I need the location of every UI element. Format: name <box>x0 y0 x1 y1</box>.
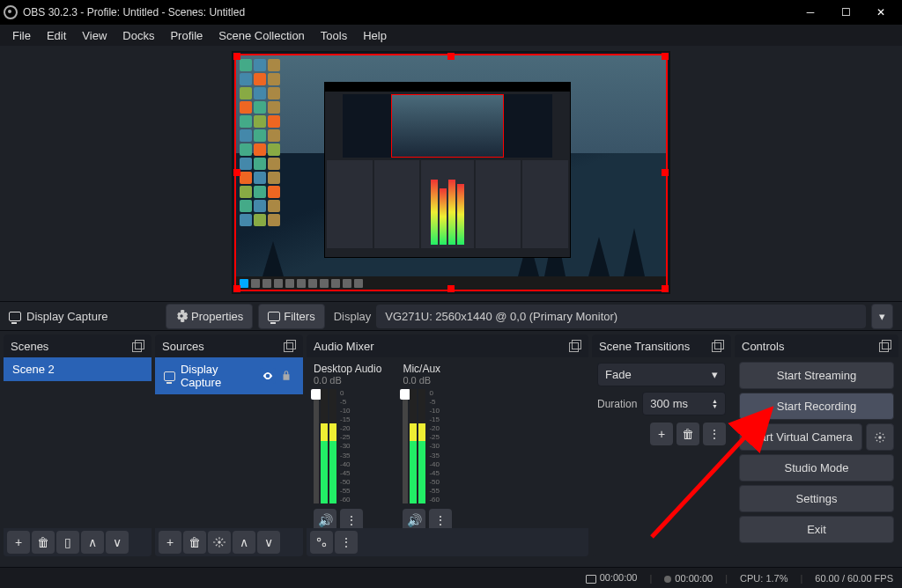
status-fps: 60.00 / 60.00 FPS <box>815 573 893 584</box>
popout-icon[interactable] <box>569 340 581 352</box>
transition-select[interactable]: Fade▾ <box>597 363 726 386</box>
mute-button[interactable]: 🔊 <box>314 509 336 528</box>
resize-handle-e[interactable] <box>662 169 669 176</box>
channel-options-button[interactable]: ⋮ <box>429 509 452 528</box>
move-scene-up-button[interactable]: ∧ <box>81 531 104 554</box>
resize-handle-sw[interactable] <box>233 285 240 292</box>
move-scene-down-button[interactable]: ∨ <box>106 531 129 554</box>
transitions-header: Scene Transitions <box>592 334 731 357</box>
remove-source-button[interactable]: 🗑 <box>183 531 206 554</box>
status-cpu: CPU: 1.7% <box>740 573 787 584</box>
start-virtual-camera-button[interactable]: Start Virtual Camera <box>739 423 862 451</box>
scenes-list[interactable]: Scene 2 <box>4 357 152 528</box>
resize-handle-nw[interactable] <box>233 53 240 60</box>
menu-help[interactable]: Help <box>356 26 394 45</box>
move-source-up-button[interactable]: ∧ <box>233 531 255 554</box>
resize-handle-se[interactable] <box>662 285 669 292</box>
menu-tools[interactable]: Tools <box>314 26 354 45</box>
sources-list[interactable]: Display Capture <box>155 357 303 528</box>
add-transition-button[interactable]: + <box>650 423 673 445</box>
sources-dock: Sources Display Capture + <box>155 334 303 556</box>
scene-item[interactable]: Scene 2 <box>4 357 152 381</box>
resize-handle-s[interactable] <box>447 285 455 292</box>
add-scene-button[interactable]: + <box>7 531 30 554</box>
mixer-body: Desktop Audio 0.0 dB 0-5-10-15-20-25-30-… <box>307 357 588 528</box>
properties-button[interactable]: Properties <box>166 304 253 329</box>
add-source-button[interactable]: + <box>159 531 181 554</box>
volume-fader[interactable] <box>314 389 319 503</box>
resize-handle-w[interactable] <box>233 169 240 176</box>
docks-row: Scenes Scene 2 + 🗑 ▯ ∧ ∨ Sources Display <box>0 331 902 560</box>
mixer-footer: ⋮ <box>307 528 588 556</box>
menu-edit[interactable]: Edit <box>40 26 73 45</box>
mixer-options-button[interactable]: ⋮ <box>335 531 358 554</box>
settings-button[interactable]: Settings <box>739 485 894 512</box>
vu-meter <box>329 389 336 503</box>
virtual-camera-settings-button[interactable] <box>866 423 894 451</box>
remove-transition-button[interactable]: 🗑 <box>676 423 699 445</box>
start-recording-button[interactable]: Start Recording <box>739 393 894 420</box>
transitions-dock: Scene Transitions Fade▾ Duration 300 ms … <box>592 334 731 556</box>
popout-icon[interactable] <box>712 340 724 352</box>
maximize-button[interactable]: ☐ <box>828 0 863 25</box>
mute-button[interactable]: 🔊 <box>403 509 425 528</box>
menubar: File Edit View Docks Profile Scene Colle… <box>0 25 902 46</box>
mixer-header: Audio Mixer <box>307 334 588 357</box>
preview-canvas[interactable] <box>232 51 670 294</box>
menu-file[interactable]: File <box>5 26 38 45</box>
close-button[interactable]: ✕ <box>863 0 898 25</box>
obs-logo-icon <box>4 5 18 19</box>
scenes-dock: Scenes Scene 2 + 🗑 ▯ ∧ ∨ <box>4 334 152 556</box>
display-icon <box>9 312 21 321</box>
resize-handle-ne[interactable] <box>662 53 669 60</box>
resize-handle-n[interactable] <box>447 53 455 60</box>
controls-body: Start Streaming Start Recording Start Vi… <box>735 357 898 556</box>
lock-toggle[interactable] <box>278 368 294 384</box>
menu-profile[interactable]: Profile <box>163 26 210 45</box>
popout-icon[interactable] <box>132 340 144 352</box>
popout-icon[interactable] <box>284 340 296 352</box>
move-source-down-button[interactable]: ∨ <box>257 531 280 554</box>
audio-mixer-dock: Audio Mixer Desktop Audio 0.0 dB 0-5-10-… <box>307 334 588 556</box>
menu-view[interactable]: View <box>75 26 114 45</box>
db-scale: 0-5-10-15-20-25-30-35-40-45-50-55-60 <box>340 389 351 503</box>
filters-button[interactable]: Filters <box>258 304 324 329</box>
popout-icon[interactable] <box>879 340 891 352</box>
titlebar: OBS 30.2.3 - Profile: Untitled - Scenes:… <box>0 0 902 25</box>
audio-channel-mic: Mic/Aux 0.0 dB 0-5-10-15-20-25-30-35-40-… <box>403 363 452 523</box>
transitions-body: Fade▾ Duration 300 ms ▲▼ + 🗑 ⋮ <box>592 357 731 556</box>
display-capture-icon <box>164 371 175 381</box>
transition-options-button[interactable]: ⋮ <box>703 423 726 445</box>
duration-spinner[interactable]: 300 ms ▲▼ <box>642 392 726 415</box>
sources-header: Sources <box>155 334 303 357</box>
menu-docks[interactable]: Docks <box>115 26 161 45</box>
source-properties-button[interactable] <box>208 531 231 554</box>
preview-area[interactable] <box>0 46 902 301</box>
scenes-footer: + 🗑 ▯ ∧ ∨ <box>4 528 152 556</box>
minimize-button[interactable]: ─ <box>793 0 828 25</box>
visibility-toggle[interactable] <box>260 368 276 384</box>
channel-options-button[interactable]: ⋮ <box>340 509 363 528</box>
svg-point-1 <box>317 538 321 541</box>
scene-filters-button[interactable]: ▯ <box>56 531 79 554</box>
volume-fader[interactable] <box>403 389 408 503</box>
source-item[interactable]: Display Capture <box>155 357 303 394</box>
selection-outline[interactable] <box>234 54 668 291</box>
start-streaming-button[interactable]: Start Streaming <box>739 362 894 389</box>
controls-header: Controls <box>735 334 898 357</box>
menu-scene-collection[interactable]: Scene Collection <box>211 26 312 45</box>
duration-label: Duration <box>597 398 637 410</box>
display-value: VG271U: 2560x1440 @ 0,0 (Primary Monitor… <box>376 305 866 328</box>
display-label: Display <box>334 310 372 323</box>
display-dropdown-button[interactable]: ▾ <box>871 304 893 329</box>
statusbar: 00:00:00 | 00:00:00 | CPU: 1.7% | 60.00 … <box>0 567 902 588</box>
filters-icon <box>268 312 280 321</box>
exit-button[interactable]: Exit <box>739 516 894 543</box>
remove-scene-button[interactable]: 🗑 <box>32 531 55 554</box>
status-live: 00:00:00 <box>586 572 638 583</box>
vu-meter <box>321 389 328 503</box>
advanced-audio-button[interactable] <box>310 531 333 554</box>
studio-mode-button[interactable]: Studio Mode <box>739 454 894 481</box>
svg-point-2 <box>322 543 326 547</box>
vu-meter <box>410 389 417 503</box>
